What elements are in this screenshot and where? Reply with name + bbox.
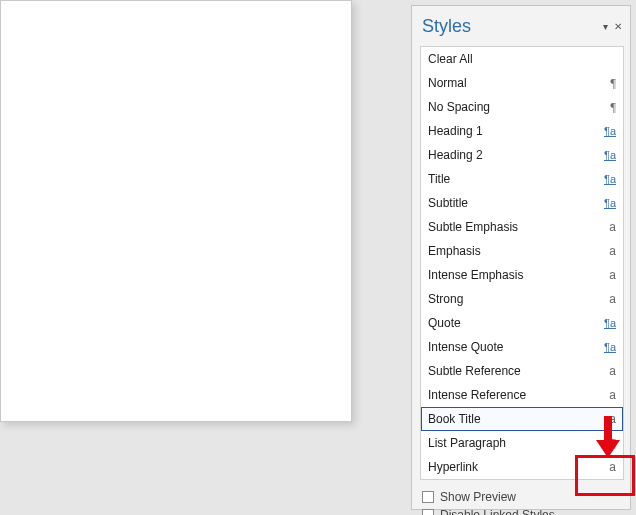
style-name: Subtle Reference: [428, 363, 605, 379]
disable-linked-checkbox[interactable]: [422, 509, 434, 515]
style-type-icon: a: [609, 363, 616, 379]
style-item[interactable]: Subtle Emphasisa: [421, 215, 623, 239]
style-type-icon: ¶: [611, 75, 616, 91]
style-item[interactable]: Hyperlinka: [421, 455, 623, 479]
style-item[interactable]: No Spacing¶: [421, 95, 623, 119]
style-item[interactable]: Heading 2¶a: [421, 143, 623, 167]
style-list: Clear AllNormal¶No Spacing¶Heading 1¶aHe…: [420, 46, 624, 480]
style-item[interactable]: Intense Emphasisa: [421, 263, 623, 287]
style-type-icon: a: [609, 219, 616, 235]
style-item[interactable]: Quote¶a: [421, 311, 623, 335]
disable-linked-label: Disable Linked Styles: [440, 508, 555, 515]
style-type-icon: ¶a: [604, 315, 616, 331]
style-type-icon: a: [609, 459, 616, 475]
style-name: Subtle Emphasis: [428, 219, 605, 235]
style-item[interactable]: Subtle Referencea: [421, 359, 623, 383]
style-type-icon: a: [609, 411, 616, 427]
style-item[interactable]: Stronga: [421, 287, 623, 311]
document-page[interactable]: [0, 0, 352, 422]
style-name: List Paragraph: [428, 435, 607, 451]
style-item[interactable]: List Paragraph¶: [421, 431, 623, 455]
style-type-icon: ¶a: [604, 171, 616, 187]
pane-menu-icon[interactable]: ▾: [603, 21, 608, 32]
style-type-icon: ¶: [611, 435, 616, 451]
style-name: Heading 1: [428, 123, 600, 139]
style-name: Subtitle: [428, 195, 600, 211]
show-preview-checkbox[interactable]: [422, 491, 434, 503]
styles-pane: Styles ▾ ✕ Clear AllNormal¶No Spacing¶He…: [411, 5, 631, 510]
style-item[interactable]: Intense Referencea: [421, 383, 623, 407]
options-area: Show Preview Disable Linked Styles: [422, 490, 620, 515]
style-type-icon: ¶a: [604, 147, 616, 163]
style-name: No Spacing: [428, 99, 607, 115]
style-type-icon: a: [609, 267, 616, 283]
close-icon[interactable]: ✕: [614, 21, 622, 32]
style-type-icon: ¶a: [604, 123, 616, 139]
style-name: Hyperlink: [428, 459, 605, 475]
style-type-icon: ¶a: [604, 195, 616, 211]
style-item[interactable]: Clear All: [421, 47, 623, 71]
style-item[interactable]: Title¶a: [421, 167, 623, 191]
style-item[interactable]: Book Titlea: [421, 407, 623, 431]
style-type-icon: a: [609, 387, 616, 403]
show-preview-row[interactable]: Show Preview: [422, 490, 620, 504]
style-name: Intense Reference: [428, 387, 605, 403]
style-item[interactable]: Normal¶: [421, 71, 623, 95]
style-item[interactable]: Intense Quote¶a: [421, 335, 623, 359]
style-name: Book Title: [428, 411, 605, 427]
style-name: Normal: [428, 75, 607, 91]
pane-header: Styles ▾ ✕: [412, 6, 630, 42]
disable-linked-row[interactable]: Disable Linked Styles: [422, 508, 620, 515]
style-item[interactable]: Heading 1¶a: [421, 119, 623, 143]
style-item[interactable]: Emphasisa: [421, 239, 623, 263]
style-item[interactable]: Subtitle¶a: [421, 191, 623, 215]
style-name: Title: [428, 171, 600, 187]
pane-title: Styles: [422, 16, 603, 37]
style-name: Emphasis: [428, 243, 605, 259]
show-preview-label: Show Preview: [440, 490, 516, 504]
pane-controls: ▾ ✕: [603, 21, 622, 32]
style-name: Quote: [428, 315, 600, 331]
style-name: Strong: [428, 291, 605, 307]
style-type-icon: ¶: [611, 99, 616, 115]
style-name: Clear All: [428, 51, 612, 67]
style-type-icon: a: [609, 291, 616, 307]
style-name: Heading 2: [428, 147, 600, 163]
style-type-icon: a: [609, 243, 616, 259]
style-type-icon: ¶a: [604, 339, 616, 355]
style-name: Intense Quote: [428, 339, 600, 355]
style-name: Intense Emphasis: [428, 267, 605, 283]
